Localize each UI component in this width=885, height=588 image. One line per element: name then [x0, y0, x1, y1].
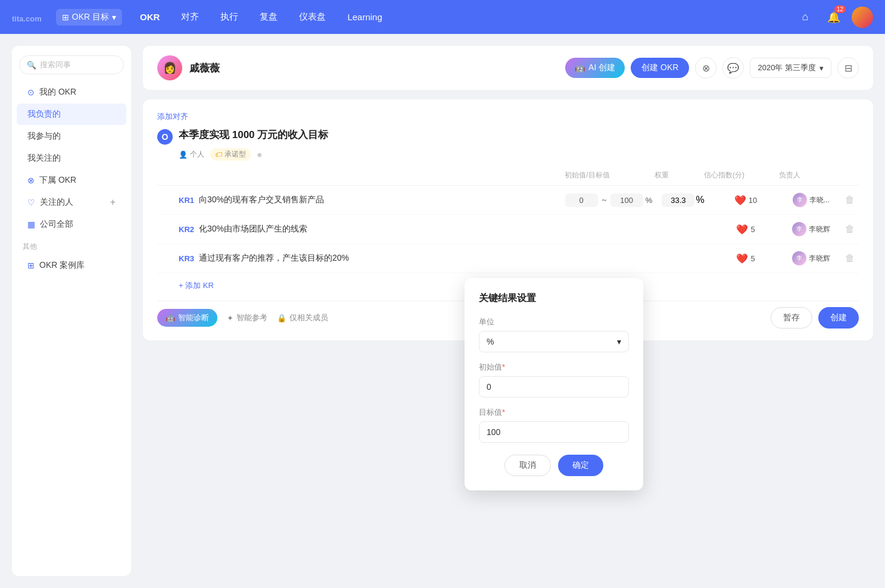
save-button[interactable]: 暂存 — [771, 307, 812, 329]
heart-icon-1: ❤️ — [734, 195, 746, 206]
popup-cancel-button[interactable]: 取消 — [504, 455, 551, 476]
kr3-label: KR3 — [179, 254, 194, 263]
notification-button[interactable]: 🔔 12 — [823, 7, 845, 28]
sidebar-label-subordinate: 下属 OKR — [39, 175, 76, 186]
kr1-weight-unit: % — [696, 195, 704, 205]
popup-title: 关键结果设置 — [479, 292, 629, 305]
tag-type: 🏷 承诺型 — [210, 148, 251, 161]
kr1-range-sep: ～ — [600, 195, 608, 205]
case-icon: ⊞ — [27, 261, 35, 270]
target-value-input[interactable] — [479, 421, 629, 443]
search-box[interactable]: 🔍 搜索同事 — [19, 55, 124, 74]
kr1-label: KR1 — [179, 196, 194, 205]
sidebar-item-my-okr[interactable]: ⊙ 我的 OKR — [17, 82, 126, 103]
tag-dot: ● — [257, 149, 263, 160]
members-label: 仅相关成员 — [289, 312, 328, 323]
kr1-range: ～ % — [561, 193, 656, 207]
target-form-row: 目标值* — [479, 407, 629, 443]
kr2-confidence: ❤️ 5 — [710, 224, 781, 235]
nav-item-execute[interactable]: 执行 — [212, 7, 247, 27]
kr-row-2: KR2 化30%由市场团队产生的线索 ❤️ 5 李 李晓辉 🗑 — [157, 215, 859, 244]
unit-value: % — [487, 337, 494, 346]
sidebar-item-responsible[interactable]: 我负责的 — [17, 104, 126, 125]
add-align-button[interactable]: 添加对齐 — [157, 111, 859, 122]
initial-form-row: 初始值* — [479, 362, 629, 398]
chevron-down-icon: ▾ — [112, 12, 116, 22]
smart-diagnose-button[interactable]: 🤖 智能诊断 — [157, 309, 217, 327]
sidebar-item-participated[interactable]: 我参与的 — [17, 126, 126, 147]
heart-icon-sidebar: ♡ — [27, 198, 35, 207]
sidebar-item-subordinate[interactable]: ⊗ 下属 OKR — [17, 170, 126, 191]
lock-icon: 🔒 — [277, 314, 286, 323]
search-placeholder: 搜索同事 — [40, 60, 71, 70]
create-button[interactable]: 创建 — [818, 307, 859, 329]
initial-label: 初始值* — [479, 362, 629, 373]
hierarchy-button[interactable]: ⊗ — [695, 57, 716, 79]
message-icon: 💬 — [727, 62, 739, 74]
create-okr-button[interactable]: 创建 OKR — [631, 58, 689, 78]
nav-item-learning[interactable]: Learning — [339, 7, 390, 27]
members-only-button[interactable]: 🔒 仅相关成员 — [277, 312, 328, 323]
sidebar-label-follow-people: 关注的人 — [40, 197, 73, 208]
sidebar-label-participated: 我参与的 — [27, 131, 61, 142]
nav-item-dashboard[interactable]: 仪表盘 — [291, 7, 334, 27]
col-header-weight: 权重 — [635, 170, 688, 180]
kr2-owner-avatar: 李 — [792, 222, 806, 236]
create-okr-label: 创建 OKR — [641, 62, 678, 72]
profile-actions: 🤖 AI 创建 创建 OKR ⊗ 💬 2020年 第三季度 ▾ ⊟ — [565, 57, 859, 79]
tag-person-label: 个人 — [190, 149, 204, 159]
user-avatar-nav[interactable] — [852, 7, 873, 28]
filter-button[interactable]: ⊟ — [837, 57, 859, 79]
kr1-owner-avatar: 李 — [793, 193, 807, 207]
kr3-delete-button[interactable]: 🗑 — [841, 253, 859, 264]
home-button[interactable]: ⌂ — [794, 7, 816, 28]
tag-type-icon: 🏷 — [215, 151, 222, 159]
sidebar-other-label: 其他 — [12, 236, 131, 254]
period-selector[interactable]: 2020年 第三季度 ▾ — [750, 58, 831, 78]
kr-table-header: 初始值/目标值 权重 信心指数(分) 负责人 — [157, 170, 859, 186]
company-icon: ▦ — [27, 220, 35, 229]
kr2-text[interactable]: 化30%由市场团队产生的线索 — [199, 224, 561, 234]
col-header-confidence: 信心指数(分) — [688, 170, 760, 180]
kr1-owner-name: 李晓... — [809, 195, 830, 205]
kr1-text[interactable]: 向30%的现有客户交叉销售新产品 — [199, 195, 561, 205]
ai-create-label: AI 创建 — [588, 62, 615, 73]
settings-popup: 关键结果设置 单位 % ▾ 初始值* 目标值* — [465, 278, 643, 490]
message-button[interactable]: 💬 — [722, 57, 744, 79]
grid-icon: ⊞ — [62, 12, 69, 22]
kr2-delete-button[interactable]: 🗑 — [841, 224, 859, 234]
okr-header: O 本季度实现 1000 万元的收入目标 — [157, 128, 859, 145]
add-follow-button[interactable]: + — [110, 197, 116, 208]
kr3-text[interactable]: 通过现有客户的推荐，产生该目标的20% — [199, 253, 561, 264]
sidebar-item-follow-people[interactable]: ♡ 关注的人 + — [17, 192, 126, 213]
kr1-range-start[interactable] — [565, 193, 598, 207]
okr-tags: 👤 个人 🏷 承诺型 ● — [179, 148, 859, 161]
popup-confirm-button[interactable]: 确定 — [558, 455, 603, 476]
sidebar-item-case-library[interactable]: ⊞ OKR 案例库 — [17, 255, 126, 276]
logo-text: tita — [12, 14, 24, 23]
reference-label: 智能参考 — [236, 312, 267, 323]
kr1-weight-input[interactable] — [662, 193, 694, 207]
profile-avatar: 👩 — [157, 55, 182, 80]
nav-okr-target[interactable]: ⊞ OKR 目标 ▾ — [56, 9, 122, 26]
kr1-range-end[interactable] — [610, 193, 643, 207]
smart-reference-button[interactable]: ✦ 智能参考 — [227, 312, 267, 323]
reference-icon: ✦ — [227, 314, 233, 323]
unit-select[interactable]: % ▾ — [479, 331, 629, 352]
hierarchy-icon: ⊗ — [702, 62, 710, 74]
okr-title: 本季度实现 1000 万元的收入目标 — [179, 128, 328, 142]
nav-item-align[interactable]: 对齐 — [173, 7, 207, 27]
nav-right: ⌂ 🔔 12 — [794, 7, 873, 28]
nav-item-okr[interactable]: OKR — [132, 7, 168, 27]
initial-value-input[interactable] — [479, 376, 629, 398]
nav-item-review[interactable]: 复盘 — [251, 7, 286, 27]
kr1-delete-button[interactable]: 🗑 — [841, 195, 859, 205]
kr2-owner-name: 李晓辉 — [809, 224, 830, 234]
content-area: 👩 戚薇薇 🤖 AI 创建 创建 OKR ⊗ 💬 2020年 第三季度 — [143, 46, 873, 576]
sidebar-label-my-okr: 我的 OKR — [39, 87, 76, 98]
sidebar-item-company[interactable]: ▦ 公司全部 — [17, 214, 126, 235]
sidebar-item-following[interactable]: 我关注的 — [17, 148, 126, 169]
kr3-confidence-num: 5 — [750, 254, 755, 263]
ai-create-button[interactable]: 🤖 AI 创建 — [565, 58, 625, 78]
home-icon: ⌂ — [802, 11, 809, 23]
